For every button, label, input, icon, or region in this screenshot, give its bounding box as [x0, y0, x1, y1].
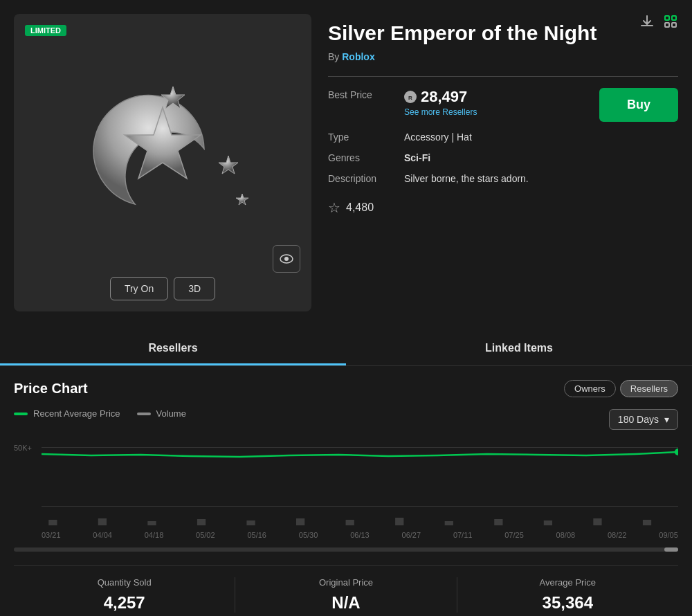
chart-area: 50K+ — [14, 437, 678, 527]
owners-filter-button[interactable]: Owners — [564, 380, 616, 397]
chart-y-label: 50K+ — [14, 444, 32, 452]
favorite-star-icon[interactable]: ☆ — [328, 199, 340, 216]
view-icon-button[interactable] — [273, 245, 300, 273]
price-row: Best Price R 28,497 See more Resellers B… — [328, 88, 678, 122]
price-label: Best Price — [328, 88, 404, 100]
eye-icon — [280, 254, 293, 264]
chart-header: Price Chart Owners Resellers — [14, 380, 678, 397]
chart-scrollbar[interactable] — [14, 547, 678, 552]
legend-volume: Volume — [137, 408, 186, 419]
stat-quantity-value: 4,257 — [28, 593, 221, 613]
type-value: Accessory | Hat — [404, 132, 472, 143]
chart-date-4: 05/16 — [247, 531, 266, 539]
see-resellers-link[interactable]: See more Resellers — [404, 107, 585, 117]
legend-avg-price: Recent Average Price — [14, 408, 120, 419]
download-icon[interactable] — [639, 14, 655, 33]
svg-rect-23 — [593, 518, 601, 525]
chart-section: Price Chart Owners Resellers Recent Aver… — [0, 366, 692, 616]
chart-date-2: 04/18 — [145, 531, 164, 539]
tabs-row: Resellers Linked Items — [0, 331, 692, 365]
time-select-value: 180 Days — [618, 414, 659, 425]
chart-date-10: 08/08 — [556, 531, 576, 539]
svg-rect-17 — [296, 518, 304, 525]
robux-icon: R — [404, 91, 417, 103]
price-value: 28,497 — [421, 88, 467, 106]
chart-date-9: 07/25 — [504, 531, 524, 539]
svg-point-25 — [675, 449, 678, 455]
type-row: Type Accessory | Hat — [328, 132, 678, 143]
svg-rect-13 — [98, 518, 107, 525]
description-value: Silver borne, the stars adorn. — [404, 173, 529, 184]
stats-row: Quantity Sold 4,257 Original Price N/A A… — [14, 565, 678, 613]
divider-1 — [328, 76, 678, 77]
stat-average-price: Average Price 35,364 — [457, 577, 678, 613]
chart-date-1: 04/04 — [93, 531, 112, 539]
svg-rect-14 — [147, 521, 156, 525]
svg-marker-3 — [236, 194, 248, 205]
chart-dates: 03/21 04/04 04/18 05/02 05/16 05/30 06/1… — [14, 531, 678, 539]
svg-rect-21 — [494, 519, 502, 525]
svg-rect-12 — [48, 520, 57, 525]
stat-original-label: Original Price — [249, 577, 442, 588]
tab-resellers[interactable]: Resellers — [0, 331, 346, 365]
chart-date-7: 06/27 — [402, 531, 421, 539]
price-info: R 28,497 See more Resellers — [404, 88, 585, 117]
legend-gray-dot — [137, 413, 151, 415]
chart-date-8: 07/11 — [453, 531, 473, 539]
resellers-filter-button[interactable]: Resellers — [620, 380, 678, 397]
three-d-button[interactable]: 3D — [174, 277, 215, 300]
svg-rect-18 — [346, 520, 354, 525]
stat-quantity-sold: Quantity Sold 4,257 — [14, 577, 235, 613]
svg-marker-2 — [219, 156, 238, 174]
chart-filter-buttons: Owners Resellers — [564, 380, 678, 397]
favorite-count: 4,480 — [346, 201, 374, 214]
svg-rect-8 — [665, 23, 669, 27]
stat-average-value: 35,364 — [471, 593, 664, 613]
item-author: By Roblox — [328, 51, 678, 62]
stat-average-label: Average Price — [471, 577, 664, 588]
header-icons — [639, 14, 678, 33]
price-amount: R 28,497 — [404, 88, 585, 106]
svg-text:R: R — [408, 95, 412, 101]
chart-date-3: 05/02 — [196, 531, 215, 539]
try-on-button[interactable]: Try On — [110, 277, 168, 300]
svg-rect-6 — [665, 16, 669, 20]
author-link[interactable]: Roblox — [342, 51, 374, 62]
time-select-dropdown[interactable]: 180 Days ▾ — [609, 409, 678, 430]
tabs-section: Resellers Linked Items — [0, 331, 692, 366]
description-label: Description — [328, 173, 404, 184]
tab-linked-items[interactable]: Linked Items — [346, 331, 692, 365]
legend-vol-label: Volume — [156, 408, 186, 419]
svg-rect-7 — [672, 16, 676, 20]
chart-date-6: 06/13 — [350, 531, 370, 539]
stat-original-value: N/A — [249, 593, 442, 613]
stat-original-price: Original Price N/A — [235, 577, 457, 613]
buy-button[interactable]: Buy — [599, 88, 678, 122]
chart-top-row: Recent Average Price Volume 180 Days ▾ — [14, 408, 678, 430]
item-image — [59, 59, 266, 266]
chevron-down-icon: ▾ — [664, 414, 669, 425]
chart-title: Price Chart — [14, 381, 88, 397]
chart-scrollbar-thumb[interactable] — [664, 547, 678, 552]
svg-rect-15 — [197, 519, 206, 525]
description-row: Description Silver borne, the stars ador… — [328, 173, 678, 184]
chart-legend: Recent Average Price Volume — [14, 408, 186, 419]
svg-rect-16 — [246, 520, 255, 525]
stat-quantity-label: Quantity Sold — [28, 577, 221, 588]
svg-rect-22 — [544, 520, 552, 525]
svg-rect-20 — [445, 521, 453, 525]
item-image-panel: LIMITED — [14, 14, 311, 311]
limited-badge: LIMITED — [25, 25, 66, 36]
info-panel: Silver Emperor of the Night By Roblox Be… — [328, 14, 678, 311]
genres-row: Genres Sci-Fi — [328, 152, 678, 163]
svg-rect-24 — [643, 520, 651, 525]
svg-rect-19 — [395, 518, 403, 525]
chart-date-11: 08/22 — [608, 531, 627, 539]
item-title: Silver Emperor of the Night — [328, 21, 678, 46]
svg-rect-9 — [672, 23, 676, 27]
favorite-row: ☆ 4,480 — [328, 194, 678, 216]
svg-point-5 — [284, 257, 289, 261]
action-buttons: Try On 3D — [110, 277, 215, 300]
grid-icon[interactable] — [663, 14, 678, 33]
item-illustration — [66, 66, 260, 260]
